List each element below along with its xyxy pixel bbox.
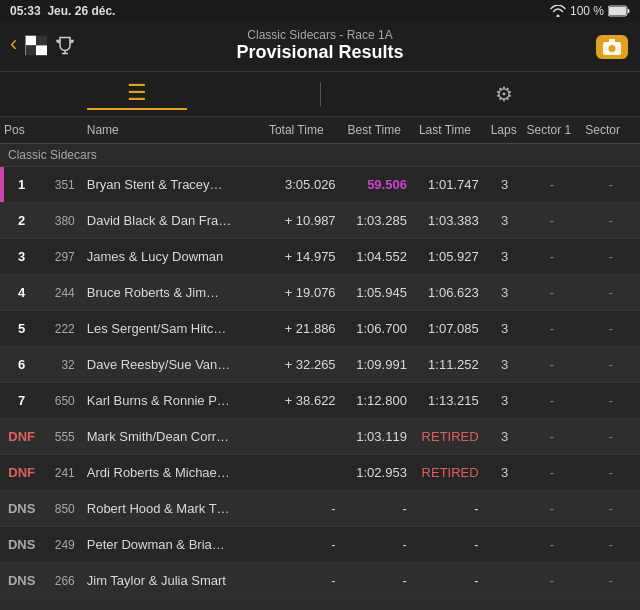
laps-cell: 3 xyxy=(487,419,523,455)
table-row: 7 650 Karl Burns & Ronnie P… + 38.622 1:… xyxy=(0,383,640,419)
sector1-cell: - xyxy=(523,455,582,491)
last-time-cell: 1:07.085 xyxy=(415,311,487,347)
status-bar: 05:33 Jeu. 26 déc. 100 % xyxy=(0,0,640,22)
num-cell: 850 xyxy=(43,491,82,527)
total-time-cell: - xyxy=(265,563,344,599)
tab-bar: ☰ ⚙ xyxy=(0,72,640,117)
pos-cell: DNS xyxy=(0,563,43,599)
status-time: 05:33 Jeu. 26 déc. xyxy=(10,4,115,18)
sector2-cell: - xyxy=(581,167,640,203)
svg-rect-12 xyxy=(609,39,615,43)
sector1-cell: - xyxy=(523,347,582,383)
sector1-cell: - xyxy=(523,311,582,347)
sector2-cell: - xyxy=(581,311,640,347)
best-time-cell: 1:02.953 xyxy=(344,455,415,491)
sector1-cell: - xyxy=(523,167,582,203)
sector2-cell: - xyxy=(581,491,640,527)
name-cell: James & Lucy Dowman xyxy=(83,239,265,275)
table-row: 3 297 James & Lucy Dowman + 14.975 1:04.… xyxy=(0,239,640,275)
name-cell: Dave Reesby/Sue Van… xyxy=(83,347,265,383)
pos-cell: 1 xyxy=(0,167,43,203)
sector1-cell: - xyxy=(523,419,582,455)
last-time-cell: RETIRED xyxy=(415,455,487,491)
name-cell: David Black & Dan Fra… xyxy=(83,203,265,239)
results-table: Pos Name Total Time Best Time Last Time … xyxy=(0,117,640,599)
laps-cell: 3 xyxy=(487,383,523,419)
name-cell: Ardi Roberts & Michae… xyxy=(83,455,265,491)
num-cell: 241 xyxy=(43,455,82,491)
best-time-cell: 1:09.991 xyxy=(344,347,415,383)
flag-icon xyxy=(25,35,47,55)
total-time-cell: - xyxy=(265,527,344,563)
sector2-cell: - xyxy=(581,455,640,491)
camera-button[interactable] xyxy=(596,35,628,59)
last-time-cell: 1:11.252 xyxy=(415,347,487,383)
pos-cell: 6 xyxy=(0,347,43,383)
back-button[interactable]: ‹ xyxy=(10,31,17,57)
table-row: DNS 249 Peter Dowman & Bria… - - - - - xyxy=(0,527,640,563)
num-cell: 297 xyxy=(43,239,82,275)
laps-cell xyxy=(487,527,523,563)
sector2-cell: - xyxy=(581,239,640,275)
camera-icon xyxy=(603,39,621,55)
pos-cell: DNS xyxy=(0,491,43,527)
table-row: DNF 555 Mark Smith/Dean Corr… 1:03.119 R… xyxy=(0,419,640,455)
total-time-cell: + 21.886 xyxy=(265,311,344,347)
last-time-cell: RETIRED xyxy=(415,419,487,455)
tab-results[interactable]: ☰ xyxy=(87,78,187,110)
name-cell: Bryan Stent & Tracey… xyxy=(83,167,265,203)
header-left-icons: ‹ xyxy=(10,31,75,57)
col-header-sector1: Sector 1 xyxy=(523,117,582,144)
sector1-cell: - xyxy=(523,491,582,527)
last-time-cell: - xyxy=(415,563,487,599)
col-header-laps: Laps xyxy=(487,117,523,144)
col-header-name: Name xyxy=(83,117,265,144)
total-time-cell xyxy=(265,455,344,491)
pos-cell: 5 xyxy=(0,311,43,347)
table-row: DNF 241 Ardi Roberts & Michae… 1:02.953 … xyxy=(0,455,640,491)
sector1-cell: - xyxy=(523,239,582,275)
best-time-cell: 1:04.552 xyxy=(344,239,415,275)
header-title: Provisional Results xyxy=(10,42,630,63)
table-row: 5 222 Les Sergent/Sam Hitc… + 21.886 1:0… xyxy=(0,311,640,347)
num-cell: 555 xyxy=(43,419,82,455)
svg-rect-1 xyxy=(609,7,626,15)
svg-rect-3 xyxy=(25,35,36,45)
laps-cell: 3 xyxy=(487,239,523,275)
sector1-cell: - xyxy=(523,275,582,311)
svg-rect-2 xyxy=(628,9,630,13)
laps-cell: 3 xyxy=(487,167,523,203)
laps-cell: 3 xyxy=(487,275,523,311)
table-row: DNS 850 Robert Hood & Mark T… - - - - - xyxy=(0,491,640,527)
tab-divider xyxy=(320,82,321,106)
page-header: ‹ Classic Sidecars - Race 1A Provisional… xyxy=(0,22,640,72)
status-right: 100 % xyxy=(550,4,630,18)
num-cell: 32 xyxy=(43,347,82,383)
pos-cell: DNF xyxy=(0,419,43,455)
col-header-num xyxy=(43,117,82,144)
laps-cell: 3 xyxy=(487,203,523,239)
table-row: 6 32 Dave Reesby/Sue Van… + 32.265 1:09.… xyxy=(0,347,640,383)
table-row: 2 380 David Black & Dan Fra… + 10.987 1:… xyxy=(0,203,640,239)
name-cell: Robert Hood & Mark T… xyxy=(83,491,265,527)
best-time-cell: 1:06.700 xyxy=(344,311,415,347)
last-time-cell: 1:06.623 xyxy=(415,275,487,311)
sector2-cell: - xyxy=(581,275,640,311)
header-subtitle: Classic Sidecars - Race 1A xyxy=(10,28,630,42)
num-cell: 351 xyxy=(43,167,82,203)
col-header-last: Last Time xyxy=(415,117,487,144)
pos-cell: 4 xyxy=(0,275,43,311)
results-table-wrapper: Pos Name Total Time Best Time Last Time … xyxy=(0,117,640,601)
total-time-cell: 3:05.026 xyxy=(265,167,344,203)
num-cell: 380 xyxy=(43,203,82,239)
last-time-cell: 1:13.215 xyxy=(415,383,487,419)
laps-cell: 3 xyxy=(487,347,523,383)
group-header-row: Classic Sidecars xyxy=(0,144,640,167)
total-time-cell: - xyxy=(265,491,344,527)
best-time-cell: 1:12.800 xyxy=(344,383,415,419)
name-cell: Jim Taylor & Julia Smart xyxy=(83,563,265,599)
tab-settings[interactable]: ⚙ xyxy=(455,80,553,108)
pos-marker xyxy=(0,167,4,202)
num-cell: 650 xyxy=(43,383,82,419)
total-time-cell: + 19.076 xyxy=(265,275,344,311)
